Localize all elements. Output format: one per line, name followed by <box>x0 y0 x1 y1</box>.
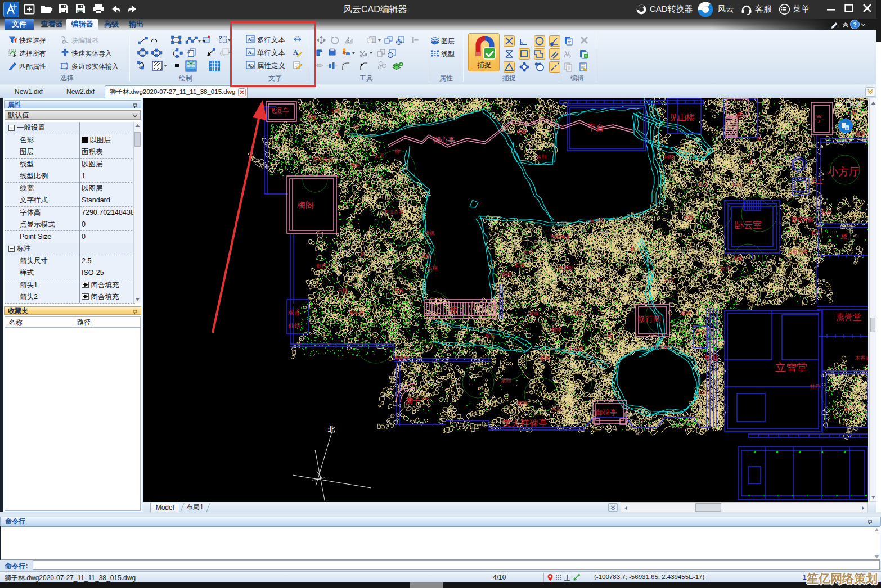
svg-text:PDF: PDF <box>78 10 84 13</box>
svg-text:石榴: 石榴 <box>683 215 694 220</box>
svg-text:燕誉堂: 燕誉堂 <box>836 312 861 322</box>
svg-text:紫荆: 紫荆 <box>574 310 584 316</box>
svg-text:女贞: 女贞 <box>698 389 708 395</box>
svg-text:青枫: 青枫 <box>394 288 404 293</box>
svg-text:卧云室: 卧云室 <box>735 220 762 230</box>
svg-text:柏: 柏 <box>607 333 613 338</box>
svg-text:梧桐: 梧桐 <box>680 310 691 316</box>
svg-text:天兰: 天兰 <box>811 178 823 184</box>
svg-text:桂: 桂 <box>335 132 340 137</box>
svg-text:紫薇: 紫薇 <box>855 130 865 136</box>
svg-text:平台: 平台 <box>587 123 604 132</box>
svg-text:西府海棠: 西府海棠 <box>313 157 333 162</box>
svg-text:小赤壁: 小赤壁 <box>568 347 583 352</box>
svg-text:女贞: 女贞 <box>698 181 708 187</box>
svg-text:紫荆: 紫荆 <box>536 154 546 160</box>
svg-text:木瓜海棠: 木瓜海棠 <box>384 209 404 215</box>
svg-text:寿星竹: 寿星竹 <box>394 355 409 361</box>
svg-text:北: 北 <box>327 426 335 433</box>
svg-text:寿星竹: 寿星竹 <box>349 310 364 316</box>
svg-text:含笑: 含笑 <box>695 329 707 335</box>
svg-text:白皮松: 白皮松 <box>590 218 605 223</box>
svg-text:木香藤: 木香藤 <box>855 355 868 361</box>
svg-text:紫藤: 紫藤 <box>732 255 743 261</box>
svg-text:银杏: 银杏 <box>316 263 326 269</box>
svg-text:白皮松: 白皮松 <box>558 265 573 271</box>
svg-text:女贞: 女贞 <box>374 153 384 159</box>
svg-text:紫荆: 紫荆 <box>501 378 511 383</box>
svg-text:女贞: 女贞 <box>731 181 741 187</box>
svg-text:西府海棠: 西府海棠 <box>788 248 808 254</box>
svg-text:石榴: 石榴 <box>337 288 348 293</box>
svg-text:亭: 亭 <box>815 114 823 123</box>
svg-text:木芙蓉: 木芙蓉 <box>653 344 668 350</box>
svg-text:梧桐: 梧桐 <box>484 333 495 338</box>
svg-text:桥: 桥 <box>736 111 743 120</box>
svg-text:女贞: 女贞 <box>523 248 533 254</box>
svg-text:桥: 桥 <box>450 305 458 314</box>
svg-text:上: 上 <box>596 277 601 282</box>
svg-text:柳: 柳 <box>394 148 400 154</box>
svg-text:扇柏: 扇柏 <box>331 108 341 114</box>
svg-text:修行阁: 修行阁 <box>637 314 661 323</box>
svg-text:A: A <box>846 126 848 130</box>
svg-text:小方厅: 小方厅 <box>828 166 860 178</box>
svg-text:?: ? <box>853 21 857 28</box>
svg-text:牡丹: 牡丹 <box>810 383 820 389</box>
svg-text:西府海棠: 西府海棠 <box>550 234 570 240</box>
svg-text:柏: 柏 <box>630 246 635 251</box>
svg-text:立雪堂: 立雪堂 <box>775 361 807 373</box>
svg-text:木槿: 木槿 <box>307 115 317 120</box>
svg-text:紫薇: 紫薇 <box>421 253 431 259</box>
svg-text:玉兰: 玉兰 <box>844 406 854 411</box>
svg-text:女贞: 女贞 <box>720 265 730 271</box>
svg-text:梧桐: 梧桐 <box>540 355 550 361</box>
svg-text:见山楼: 见山楼 <box>669 112 695 122</box>
svg-text:湖心亭: 湖心亭 <box>433 136 455 144</box>
svg-text:牡丹: 牡丹 <box>821 209 831 215</box>
svg-text:桔梗: 桔梗 <box>516 129 527 135</box>
svg-text:玉兰: 玉兰 <box>810 229 820 235</box>
svg-text:桔梗: 桔梗 <box>551 327 561 333</box>
svg-text:女贞: 女贞 <box>664 277 674 282</box>
svg-text:复廊: 复廊 <box>703 354 718 362</box>
svg-text:楼: 楼 <box>841 233 847 239</box>
svg-text:紫薇: 紫薇 <box>501 271 511 277</box>
svg-text:扇柏: 扇柏 <box>664 154 674 160</box>
svg-text:梧桐: 梧桐 <box>517 400 528 406</box>
svg-text:御碑亭: 御碑亭 <box>595 408 617 417</box>
svg-text:柏: 柏 <box>756 136 762 142</box>
svg-text:扇柏: 扇柏 <box>350 162 360 168</box>
svg-text:紫薇: 紫薇 <box>529 310 539 316</box>
svg-text:8: 8 <box>365 53 367 56</box>
svg-text:石榴: 石榴 <box>514 263 525 268</box>
svg-text:扇子亭: 扇子亭 <box>405 396 429 405</box>
svg-text:梅阁: 梅阁 <box>296 200 314 210</box>
svg-text:紫荆: 紫荆 <box>551 406 561 411</box>
svg-text:青枫: 青枫 <box>425 230 435 236</box>
svg-text:石榴: 石榴 <box>427 265 438 271</box>
svg-text:社鼠: 社鼠 <box>847 110 856 115</box>
svg-text:柏: 柏 <box>359 251 365 257</box>
svg-text:文天祥碑亭: 文天祥碑亭 <box>502 418 547 428</box>
svg-text:上: 上 <box>748 159 753 164</box>
svg-text:红: 红 <box>353 124 358 129</box>
svg-text:西府海棠: 西府海棠 <box>791 216 813 223</box>
